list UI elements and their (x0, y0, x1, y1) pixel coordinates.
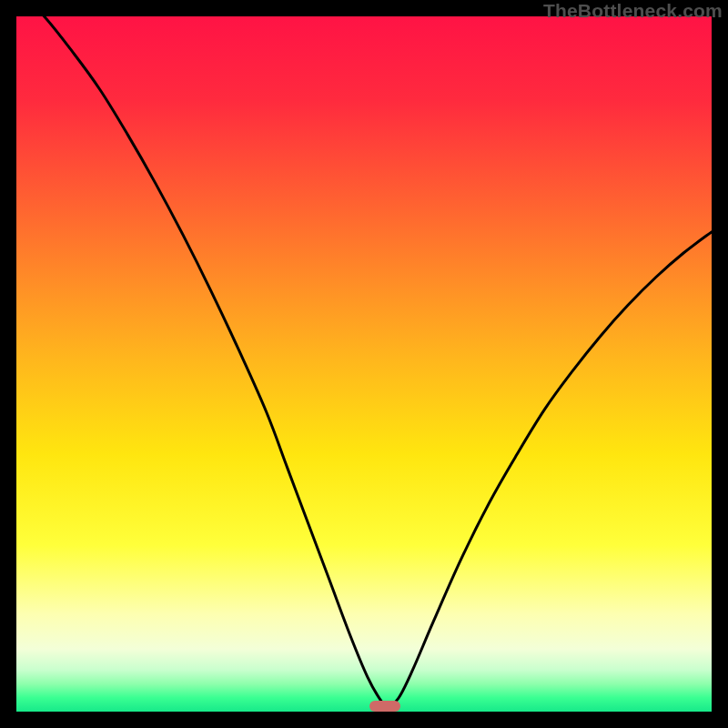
bottleneck-curve (16, 16, 712, 712)
plot-area (16, 16, 712, 712)
chart-frame: TheBottleneck.com (0, 0, 728, 728)
watermark-text: TheBottleneck.com (543, 0, 723, 22)
optimal-marker (369, 701, 400, 712)
